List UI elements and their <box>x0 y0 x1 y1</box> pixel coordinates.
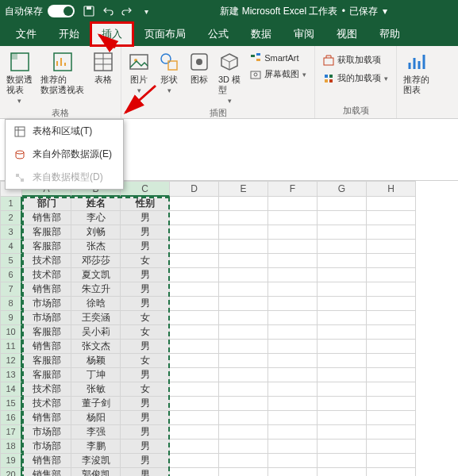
tab-home[interactable]: 开始 <box>48 22 90 46</box>
cell[interactable] <box>367 340 416 354</box>
cell[interactable]: 销售部 <box>22 282 71 297</box>
redo-icon[interactable] <box>121 5 133 17</box>
cell[interactable]: 李鹏 <box>71 440 121 454</box>
cell[interactable] <box>318 468 367 476</box>
cell[interactable] <box>219 297 268 311</box>
cell[interactable] <box>170 240 219 254</box>
my-addins-button[interactable]: 我的加载项 ▾ <box>320 71 391 86</box>
tab-insert[interactable]: 插入 <box>90 22 133 46</box>
row-header[interactable]: 20 <box>0 468 22 476</box>
cell[interactable] <box>170 382 219 397</box>
cell[interactable] <box>219 382 268 397</box>
get-addins-button[interactable]: 获取加载项 <box>320 52 391 67</box>
cell[interactable]: 销售部 <box>22 411 71 425</box>
cell[interactable] <box>170 211 219 225</box>
cell[interactable]: 张敏 <box>71 382 121 397</box>
row-header[interactable]: 11 <box>0 340 22 354</box>
cell[interactable] <box>318 382 367 397</box>
cell[interactable] <box>170 325 219 340</box>
cell[interactable] <box>318 240 367 254</box>
cell[interactable] <box>268 397 318 411</box>
cell[interactable]: 董子剑 <box>71 397 121 411</box>
cell[interactable] <box>367 411 416 425</box>
tab-data[interactable]: 数据 <box>240 22 283 46</box>
cell[interactable] <box>219 211 268 225</box>
cell[interactable]: 男 <box>121 268 170 282</box>
cell[interactable] <box>318 325 367 340</box>
row-header[interactable]: 12 <box>0 354 22 368</box>
cell[interactable] <box>367 282 416 297</box>
cell[interactable]: 王奕涵 <box>71 311 121 325</box>
cell[interactable]: 技术部 <box>22 268 71 282</box>
row-header[interactable]: 17 <box>0 425 22 440</box>
cell[interactable]: 市场部 <box>22 311 71 325</box>
cell[interactable]: 技术部 <box>22 397 71 411</box>
row-header[interactable]: 3 <box>0 225 22 240</box>
cell[interactable]: 张文杰 <box>71 340 121 354</box>
cell[interactable]: 客服部 <box>22 354 71 368</box>
cell[interactable]: 张杰 <box>71 240 121 254</box>
cell[interactable] <box>318 411 367 425</box>
cell[interactable] <box>268 211 318 225</box>
cell[interactable] <box>318 340 367 354</box>
cell[interactable] <box>170 297 219 311</box>
pivot-table-button[interactable]: 数据透 视表 ▾ <box>5 49 34 107</box>
row-header[interactable]: 10 <box>0 325 22 340</box>
cell[interactable] <box>367 254 416 268</box>
cell[interactable]: 客服部 <box>22 325 71 340</box>
cell[interactable] <box>219 425 268 440</box>
cell[interactable] <box>170 268 219 282</box>
cell[interactable] <box>318 282 367 297</box>
menu-external-source[interactable]: 来自外部数据源(E) <box>6 143 123 166</box>
cell[interactable] <box>170 225 219 240</box>
cell[interactable] <box>268 354 318 368</box>
cell[interactable]: 部门 <box>22 197 71 211</box>
column-header[interactable]: G <box>318 181 367 197</box>
column-header[interactable]: C <box>121 181 170 197</box>
cell[interactable] <box>268 254 318 268</box>
cell[interactable] <box>318 254 367 268</box>
cell[interactable] <box>318 368 367 382</box>
cell[interactable] <box>268 311 318 325</box>
cell[interactable]: 销售部 <box>22 454 71 468</box>
cell[interactable] <box>219 225 268 240</box>
cell[interactable]: 客服部 <box>22 368 71 382</box>
cell[interactable] <box>170 197 219 211</box>
cell[interactable]: 男 <box>121 440 170 454</box>
cell[interactable] <box>367 225 416 240</box>
row-header[interactable]: 7 <box>0 282 22 297</box>
cell[interactable]: 女 <box>121 311 170 325</box>
tab-layout[interactable]: 页面布局 <box>133 22 197 46</box>
cell[interactable]: 男 <box>121 211 170 225</box>
cell[interactable] <box>367 354 416 368</box>
row-header[interactable]: 18 <box>0 440 22 454</box>
cell[interactable]: 丁坤 <box>71 368 121 382</box>
cell[interactable] <box>318 454 367 468</box>
cell[interactable]: 技术部 <box>22 254 71 268</box>
qat-dropdown-icon[interactable]: ▾ <box>140 5 152 17</box>
recommended-pivot-button[interactable]: 推荐的 数据透视表 <box>39 49 86 97</box>
cell[interactable]: 朱立升 <box>71 282 121 297</box>
3d-model-button[interactable]: 3D 模 型 ▾ <box>217 49 242 107</box>
cell[interactable] <box>367 368 416 382</box>
cell[interactable]: 姓名 <box>71 197 121 211</box>
cell[interactable] <box>268 197 318 211</box>
cell[interactable] <box>170 311 219 325</box>
cell[interactable] <box>268 297 318 311</box>
cell[interactable]: 徐晗 <box>71 297 121 311</box>
cell[interactable] <box>268 425 318 440</box>
cell[interactable]: 销售部 <box>22 211 71 225</box>
undo-icon[interactable] <box>102 5 114 17</box>
cell[interactable]: 李强 <box>71 425 121 440</box>
cell[interactable] <box>268 454 318 468</box>
cell[interactable] <box>318 397 367 411</box>
cell[interactable] <box>367 468 416 476</box>
cell[interactable] <box>170 454 219 468</box>
cell[interactable] <box>367 297 416 311</box>
cell[interactable] <box>268 382 318 397</box>
tab-review[interactable]: 审阅 <box>283 22 325 46</box>
row-header[interactable]: 14 <box>0 382 22 397</box>
column-header[interactable]: D <box>170 181 219 197</box>
cell[interactable]: 杨颖 <box>71 354 121 368</box>
column-header[interactable]: H <box>367 181 416 197</box>
